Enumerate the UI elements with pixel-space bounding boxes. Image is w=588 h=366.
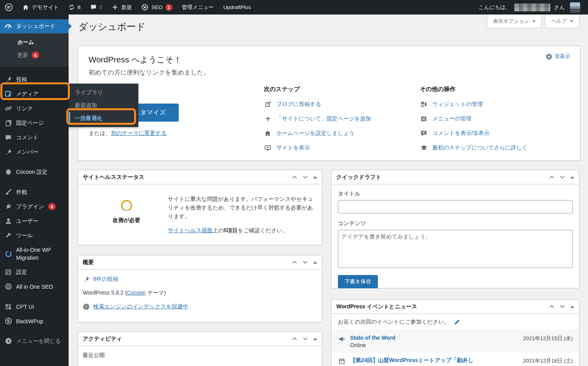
flyout-item-library[interactable]: ライブラリ (69, 86, 138, 99)
sidebar-item-comments[interactable]: コメント (0, 130, 69, 145)
submenu-item-updates[interactable]: 更新 6 (0, 49, 69, 62)
search-engine-link[interactable]: 検索エンジンのインデックスを回避中 (93, 303, 188, 310)
help-button[interactable]: ヘルプ (545, 15, 579, 28)
collapse-toggle-icon[interactable] (570, 176, 574, 178)
setup-homepage-link[interactable]: ホームページを設定しましょう (276, 130, 354, 137)
widget-title: サイトヘルスステータス (83, 174, 144, 181)
more-action-row: ウィジェットの管理 (420, 97, 569, 111)
my-account-menu[interactable]: こんにちは、 さん (474, 0, 585, 15)
updates-menu[interactable]: 6 (64, 0, 85, 15)
admin-bar-right: こんにちは、 さん (474, 0, 588, 15)
activity-body: 最近公開 (78, 346, 322, 359)
sidebar-item-aiowm[interactable]: All-in-One WP Migration (0, 243, 69, 265)
manage-menus-link[interactable]: メニューの管理 (432, 115, 471, 122)
event-title-link[interactable]: State of the Word (350, 335, 396, 341)
sidebar-item-links[interactable]: リンク (0, 101, 69, 116)
save-draft-button[interactable]: 下書き保存 (338, 275, 378, 288)
move-up-icon[interactable] (292, 260, 297, 265)
sidebar-item-pages[interactable]: 固定ページ (0, 116, 69, 130)
seo-menu[interactable]: SEO 1 (136, 0, 177, 15)
submenu-item-home[interactable]: ホーム (0, 36, 69, 49)
sidebar-item-aioseo[interactable]: All in One SEO (0, 279, 69, 294)
view-site-link[interactable]: サイトを表示 (276, 144, 310, 151)
graduation-cap-icon (420, 144, 428, 151)
events-intro-text: お近くの次回のイベントにご参加ください。 (338, 319, 450, 326)
sidebar-item-users[interactable]: ユーザー (0, 214, 69, 228)
sidebar-item-dashboard[interactable]: ダッシュボード (0, 19, 69, 33)
move-up-icon[interactable] (292, 336, 297, 341)
admin-menu-label: 管理メニュー (182, 4, 214, 11)
sidebar-collapse-menu[interactable]: メニューを閉じる (0, 334, 69, 348)
manage-widgets-link[interactable]: ウィジェットの管理 (432, 101, 483, 108)
welcome-title: WordPress へようこそ！ (89, 54, 182, 65)
first-steps-link[interactable]: 最初のステップについてさらに詳しく (432, 144, 528, 151)
toggle-comments-link[interactable]: コメントを表示/非表示 (432, 130, 490, 137)
flyout-item-label: 一括最適化 (75, 115, 102, 122)
edit-location-pencil-icon[interactable] (454, 319, 460, 326)
flyout-item-bulk-optimize[interactable]: 一括最適化 (69, 112, 138, 125)
sidebar-item-settings[interactable]: 設定 (0, 265, 69, 279)
new-content-menu[interactable]: 新規 (107, 0, 136, 15)
sidebar-item-media[interactable]: メディア (0, 87, 69, 101)
next-steps-title: 次のステップ (264, 86, 413, 93)
draft-title-input[interactable] (338, 200, 573, 213)
dashboard-icon (4, 22, 12, 30)
wp-logo-menu[interactable] (0, 0, 18, 15)
move-down-icon[interactable] (560, 304, 565, 309)
sidebar-item-backwpup[interactable]: BackWPup (0, 314, 69, 328)
comments-menu[interactable]: 0 (85, 0, 107, 15)
move-up-icon[interactable] (549, 304, 554, 309)
sidebar-item-appearance[interactable]: 外観 (0, 185, 69, 199)
widget-title: WordPress イベントとニュース (336, 303, 417, 310)
plugin-icon (4, 203, 12, 211)
health-line-tail: をご確認ください。 (238, 227, 288, 233)
sidebar-item-cocoon-settings[interactable]: Cocoon 設定 (0, 165, 69, 179)
screen-meta-tabs: 表示オプション ヘルプ (487, 15, 579, 28)
collapse-toggle-icon[interactable] (313, 176, 317, 178)
health-line-mid: 上の (212, 227, 223, 233)
move-up-icon[interactable] (549, 175, 554, 180)
pushpin-icon (4, 76, 12, 84)
collapse-toggle-icon[interactable] (570, 306, 574, 308)
widget-title: 概要 (83, 259, 94, 266)
version-text: WordPress 5.8.2 (Cocoon テーマ) (83, 290, 166, 297)
move-down-icon[interactable] (303, 175, 308, 180)
sidebar-item-members[interactable]: メンバー (0, 145, 69, 159)
move-down-icon[interactable] (560, 175, 565, 180)
greeting-suffix: さん (554, 4, 565, 11)
admin-menu-item[interactable]: 管理メニュー (177, 0, 219, 15)
change-theme-link[interactable]: 別のテーマに変更する (111, 130, 167, 136)
posts-count-link[interactable]: 8件の投稿 (93, 276, 118, 283)
dismiss-welcome-link[interactable]: 非表示 (546, 53, 571, 60)
media-flyout-menu: ライブラリ 新規追加 一括最適化 (69, 84, 138, 127)
sidebar-item-label: CPT UI (16, 304, 34, 310)
move-up-icon[interactable] (292, 175, 297, 180)
screen-options-button[interactable]: 表示オプション (487, 15, 542, 28)
move-down-icon[interactable] (303, 336, 308, 341)
move-down-icon[interactable] (303, 260, 308, 265)
write-post-link[interactable]: ブログに投稿する (276, 101, 321, 108)
site-health-screen-link[interactable]: サイトヘルス画面 (168, 227, 212, 233)
change-theme-line: または、別のテーマに変更する (89, 130, 167, 137)
add-page-plus-icon (264, 115, 272, 122)
draft-content-textarea[interactable] (338, 230, 573, 268)
collapse-toggle-icon[interactable] (313, 261, 317, 264)
event-info: 【第24回】山梨WordPressミートアップ「勘弁し (350, 357, 474, 365)
flyout-item-add-new[interactable]: 新規追加 (69, 99, 138, 112)
sidebar-item-label: ダッシュボード (16, 23, 55, 30)
info-icon (83, 303, 90, 310)
event-title-link[interactable]: 【第24回】山梨WordPressミートアップ「勘弁し (350, 357, 474, 364)
collapse-toggle-icon[interactable] (313, 338, 317, 340)
updraftplus-menu[interactable]: UpdraftPlus (219, 0, 256, 15)
theme-link[interactable]: Cocoon (127, 290, 146, 296)
flyout-item-label: ライブラリ (75, 89, 103, 96)
sidebar-item-plugins[interactable]: プラグイン 4 (0, 199, 69, 214)
sidebar-item-tools[interactable]: ツール (0, 228, 69, 243)
widget-header: クイックドラフト (332, 170, 579, 184)
sidebar-item-cptui[interactable]: CPT UI (0, 299, 69, 314)
add-about-page-link[interactable]: 「サイトについて」固定ページを追加 (276, 115, 371, 122)
chevron-down-icon (532, 20, 535, 22)
or-text: または、 (89, 130, 111, 136)
site-name-menu[interactable]: デモサイト (18, 0, 64, 15)
sidebar-item-posts[interactable]: 投稿 (0, 72, 69, 87)
